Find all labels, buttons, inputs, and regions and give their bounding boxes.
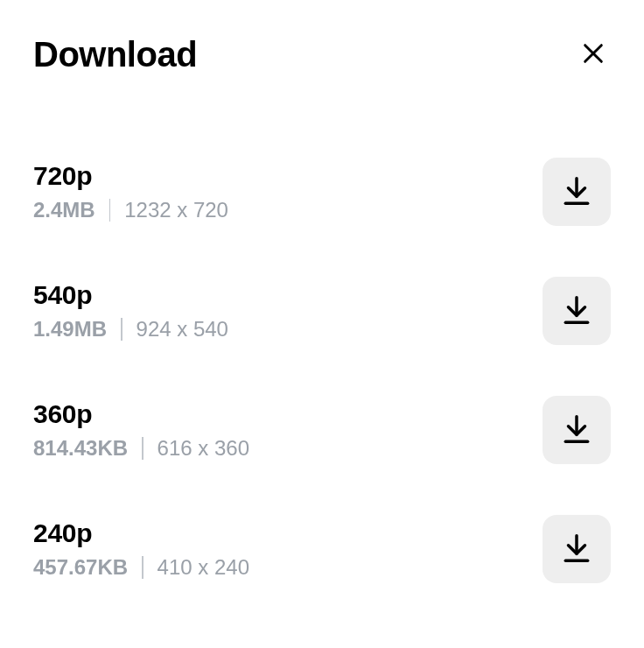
option-size: 457.67KB [33,555,128,580]
option-info: 720p 2.4MB 1232 x 720 [33,161,228,222]
download-icon [560,174,593,210]
download-icon [560,412,593,448]
close-icon [581,41,606,68]
option-meta: 457.67KB 410 x 240 [33,555,249,580]
header: Download [33,35,611,74]
meta-divider [109,199,111,222]
option-size: 2.4MB [33,198,95,222]
meta-divider [142,556,144,579]
option-info: 540p 1.49MB 924 x 540 [33,280,228,342]
option-meta: 2.4MB 1232 x 720 [33,198,228,222]
download-icon [560,293,593,329]
download-button[interactable] [542,158,611,226]
download-option-row: 240p 457.67KB 410 x 240 [33,515,611,583]
meta-divider [121,318,122,341]
meta-divider [142,437,144,460]
option-label: 240p [33,518,249,548]
download-button[interactable] [542,396,611,464]
option-info: 360p 814.43KB 616 x 360 [33,399,249,461]
option-dimensions: 410 x 240 [158,555,249,580]
option-dimensions: 1232 x 720 [124,198,228,222]
close-button[interactable] [576,38,611,73]
option-meta: 1.49MB 924 x 540 [33,317,228,342]
page-title: Download [33,35,197,74]
download-options-list: 720p 2.4MB 1232 x 720 540p 1.49MB [33,158,611,583]
download-option-row: 720p 2.4MB 1232 x 720 [33,158,611,226]
option-label: 720p [33,161,228,191]
option-size: 1.49MB [33,317,107,342]
option-label: 360p [33,399,249,429]
download-option-row: 540p 1.49MB 924 x 540 [33,277,611,345]
download-button[interactable] [542,277,611,345]
download-option-row: 360p 814.43KB 616 x 360 [33,396,611,464]
download-icon [560,532,593,567]
option-label: 540p [33,280,228,310]
download-button[interactable] [542,515,611,583]
option-dimensions: 616 x 360 [158,436,249,461]
option-dimensions: 924 x 540 [136,317,228,342]
option-size: 814.43KB [33,436,128,461]
option-info: 240p 457.67KB 410 x 240 [33,518,249,580]
option-meta: 814.43KB 616 x 360 [33,436,249,461]
